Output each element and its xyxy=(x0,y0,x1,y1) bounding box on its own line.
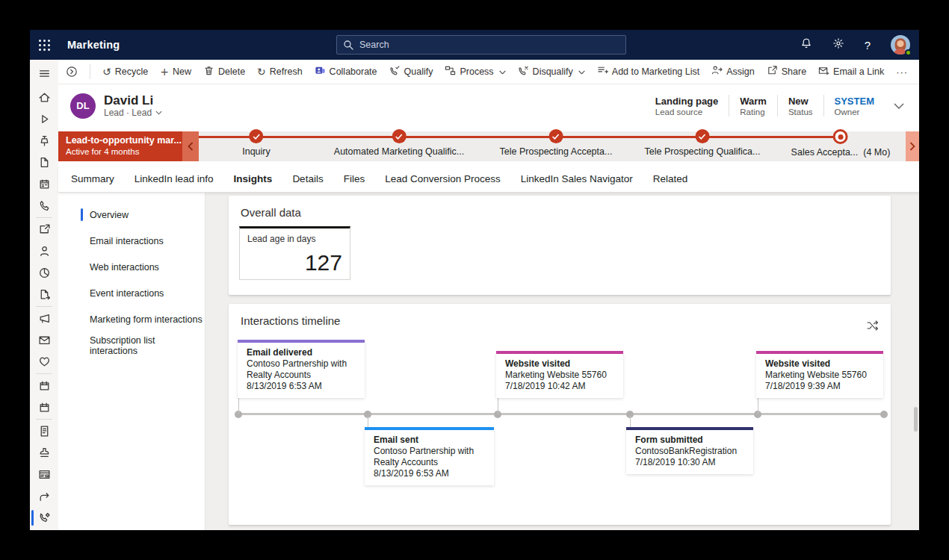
tab-details[interactable]: Details xyxy=(292,173,323,184)
event-alt-icon[interactable] xyxy=(30,396,58,418)
screen-share-icon[interactable] xyxy=(30,219,58,240)
tab-lead-conversion-process[interactable]: Lead Conversion Process xyxy=(385,173,501,184)
help-icon[interactable]: ? xyxy=(865,39,871,52)
redirect-icon[interactable] xyxy=(30,485,58,507)
tab-summary[interactable]: Summary xyxy=(71,173,114,184)
phone-icon[interactable] xyxy=(30,195,58,217)
tab-insights[interactable]: Insights xyxy=(234,173,273,184)
tab-related[interactable]: Related xyxy=(653,173,688,184)
global-search xyxy=(336,35,626,55)
kpi-label: Lead age in days xyxy=(247,234,342,244)
collapse-header-chevron-icon[interactable] xyxy=(894,99,904,113)
tab-linkedin-sales-navigator[interactable]: LinkedIn Sales Navigator xyxy=(521,173,633,184)
event-icon[interactable] xyxy=(30,375,58,396)
delete-button[interactable]: Delete xyxy=(203,65,245,78)
insights-nav-marketing-form-interactions[interactable]: Marketing form interactions xyxy=(58,306,205,332)
stage-tele-prospecting-acceptance[interactable]: Tele Prospecting Accepta... xyxy=(500,129,613,157)
refresh-icon: ↻ xyxy=(257,66,266,77)
timeline-event-email-sent[interactable]: Email sent Contoso Partnership with Real… xyxy=(365,427,494,485)
assign-button[interactable]: Assign xyxy=(711,65,755,78)
overall-data-card: Overall data Lead age in days 127 xyxy=(229,196,891,295)
content-scrollbar-thumb[interactable] xyxy=(914,407,918,432)
shuffle-icon[interactable] xyxy=(867,320,879,334)
stage-automated-marketing-qualification[interactable]: Automated Marketing Qualific... xyxy=(334,129,464,157)
partial-bottom-icon[interactable] xyxy=(30,529,58,530)
qualify-button[interactable]: Qualify xyxy=(389,65,433,78)
form-icon[interactable] xyxy=(30,420,58,442)
stage-sales-acceptance-current[interactable]: Sales Accepta...(4 Mo) xyxy=(791,129,891,158)
person-arrow-icon xyxy=(711,65,723,78)
pinned-icon[interactable] xyxy=(30,130,58,152)
search-input[interactable] xyxy=(336,35,626,55)
segment-pie-icon[interactable] xyxy=(30,262,58,284)
landing-page-icon[interactable] xyxy=(30,442,58,464)
tab-files[interactable]: Files xyxy=(344,173,365,184)
notifications-bell-icon[interactable] xyxy=(800,37,812,52)
teams-collaborate-icon xyxy=(315,65,326,78)
collaborate-button[interactable]: Collaborate xyxy=(315,65,377,78)
insights-nav-subscription-list-interactions[interactable]: Subscription list interactions xyxy=(58,332,205,358)
stage-completed-check-icon xyxy=(392,129,406,143)
home-icon[interactable] xyxy=(30,87,58,108)
command-bar: ↺Recycle +New Delete ↻Refresh Collaborat… xyxy=(58,60,919,84)
chevron-down-icon xyxy=(499,66,506,77)
tab-linkedin-lead-info[interactable]: LinkedIn lead info xyxy=(135,173,214,184)
timeline-event-email-delivered[interactable]: Email delivered Contoso Partnership with… xyxy=(238,340,365,398)
field-owner[interactable]: SYSTEMOwner xyxy=(823,95,885,116)
app-launcher-waffle-icon[interactable] xyxy=(30,30,58,60)
insights-nav-email-interactions[interactable]: Email interactions xyxy=(58,228,205,254)
timeline-event-website-visited-2[interactable]: Website visited Marketing Website 55760 … xyxy=(756,351,883,398)
new-button[interactable]: +New xyxy=(160,66,191,77)
heart-icon[interactable] xyxy=(30,351,58,373)
settings-gear-icon[interactable] xyxy=(832,37,844,52)
app-window: Marketing ? xyxy=(30,30,919,530)
field-lead-source: Landing pageLead source xyxy=(645,95,729,116)
email-a-link-button[interactable]: Email a Link xyxy=(818,65,884,78)
sitemap-menu-icon[interactable] xyxy=(30,60,58,87)
megaphone-icon[interactable] xyxy=(30,308,58,329)
rail-divider xyxy=(36,217,52,218)
record-entity-switcher[interactable]: Lead · Lead xyxy=(104,108,162,118)
search-icon xyxy=(343,40,353,50)
send-document-icon[interactable] xyxy=(30,284,58,305)
rail-divider xyxy=(36,306,52,307)
timeline-event-form-submitted[interactable]: Form submitted ContosoBankRegistration 7… xyxy=(626,427,753,474)
stage-inquiry[interactable]: Inquiry xyxy=(242,129,271,157)
share-button[interactable]: Share xyxy=(767,65,806,78)
disqualify-button[interactable]: Disqualify xyxy=(518,65,585,78)
timeline-connector xyxy=(498,398,498,414)
recycle-button[interactable]: ↺Recycle xyxy=(102,66,148,77)
waffle-icon xyxy=(39,40,50,51)
chevron-down-icon xyxy=(155,111,162,115)
field-status: NewStatus xyxy=(777,95,823,116)
insights-content: Overview Email interactions Web interact… xyxy=(58,193,919,530)
process-button[interactable]: Process xyxy=(445,65,505,78)
insights-left-nav: Overview Email interactions Web interact… xyxy=(58,193,205,530)
insights-nav-overview[interactable]: Overview xyxy=(58,202,205,228)
process-scroll-left-button[interactable] xyxy=(182,131,199,161)
expand-command-bar-button[interactable] xyxy=(66,66,78,78)
email-icon[interactable] xyxy=(30,329,58,351)
website-icon[interactable] xyxy=(30,464,58,485)
stage-tele-prospecting-qualification[interactable]: Tele Prospecting Qualifica... xyxy=(645,129,761,157)
timeline-connector xyxy=(238,398,239,414)
user-avatar[interactable] xyxy=(891,35,910,55)
insights-nav-event-interactions[interactable]: Event interactions xyxy=(58,280,205,306)
process-flyout-button[interactable]: Lead-to-opportunity mar... Active for 4 … xyxy=(58,131,182,161)
command-bar-divider xyxy=(90,64,90,79)
add-to-marketing-list-button[interactable]: Add to Marketing List xyxy=(597,65,699,78)
page-icon[interactable] xyxy=(30,152,58,173)
phone-x-icon xyxy=(518,65,529,78)
envelope-link-icon xyxy=(818,65,829,78)
stage-current-ring-icon xyxy=(833,129,848,144)
lead-scoring-icon[interactable] xyxy=(30,507,58,529)
process-scroll-right-button[interactable] xyxy=(906,131,919,161)
refresh-button[interactable]: ↻Refresh xyxy=(257,66,303,77)
more-commands-button[interactable]: ··· xyxy=(896,66,908,78)
recent-icon[interactable] xyxy=(30,108,58,130)
timeline-event-website-visited-1[interactable]: Website visited Marketing Website 55760 … xyxy=(496,351,623,398)
stage-completed-check-icon xyxy=(549,129,563,143)
calendar-icon[interactable] xyxy=(30,173,58,195)
insights-nav-web-interactions[interactable]: Web interactions xyxy=(58,254,205,280)
contact-icon[interactable] xyxy=(30,240,58,262)
